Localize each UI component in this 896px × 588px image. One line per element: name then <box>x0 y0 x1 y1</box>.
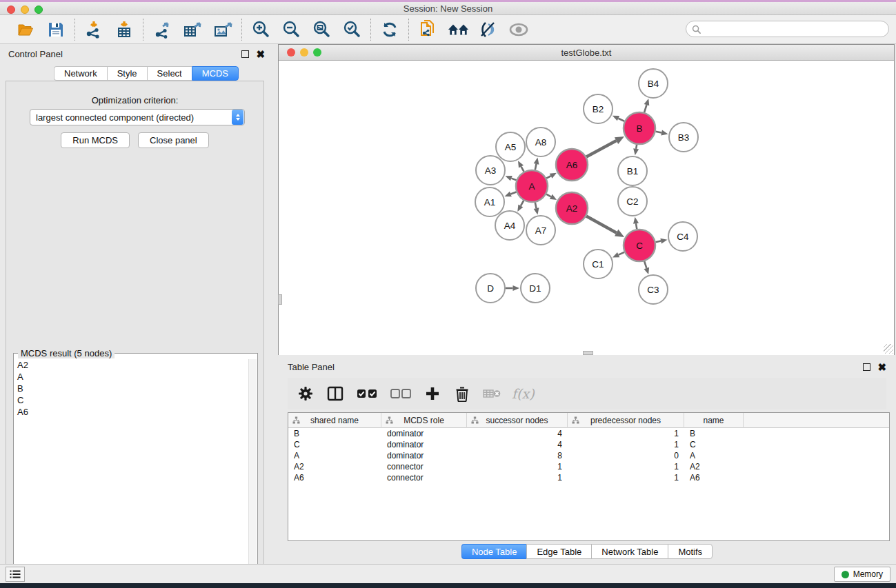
edge-B-B1[interactable] <box>636 145 637 149</box>
tab-edge-table[interactable]: Edge Table <box>526 544 591 559</box>
tab-motifs[interactable]: Motifs <box>668 544 713 559</box>
tab-network-table[interactable]: Network Table <box>591 544 668 559</box>
mcds-result-item[interactable]: C <box>14 394 248 406</box>
task-history-button[interactable] <box>6 567 25 582</box>
window-resize-grip[interactable] <box>884 344 893 354</box>
column-header-name[interactable]: name <box>684 413 744 428</box>
table-cell[interactable]: A6 <box>288 472 381 483</box>
table-cell[interactable]: C <box>288 439 381 450</box>
tab-style[interactable]: Style <box>107 66 147 81</box>
node-B4[interactable]: B4 <box>639 69 668 98</box>
table-row[interactable]: A2connector11A2 <box>288 461 889 472</box>
table-cell[interactable]: 0 <box>568 450 684 461</box>
node-B[interactable]: B <box>624 112 655 144</box>
export-table-icon[interactable] <box>182 19 203 40</box>
table-cell[interactable]: 8 <box>467 450 568 461</box>
edge-A-A1[interactable] <box>510 192 516 194</box>
result-scrollbar[interactable] <box>248 359 257 582</box>
zoom-selected-icon[interactable] <box>341 19 362 40</box>
show-graphics-details-icon[interactable] <box>508 19 529 40</box>
edge-A-A3[interactable] <box>511 179 516 181</box>
table-cell[interactable]: C <box>684 439 744 450</box>
node-A2[interactable]: A2 <box>556 192 588 224</box>
split-columns-icon[interactable] <box>326 384 345 403</box>
node-A[interactable]: A <box>516 170 548 202</box>
node-C2[interactable]: C2 <box>618 187 647 216</box>
edge-A-A4[interactable] <box>521 201 524 206</box>
table-cell[interactable]: A2 <box>684 461 744 472</box>
table-cell[interactable]: 1 <box>568 461 684 472</box>
mcds-result-item[interactable]: A <box>14 371 248 383</box>
column-header-successor-nodes[interactable]: successor nodes <box>467 413 568 428</box>
minimize-window-button[interactable] <box>21 6 29 14</box>
table-cell[interactable]: connector <box>381 461 467 472</box>
select-all-icon[interactable] <box>355 384 379 403</box>
save-session-icon[interactable] <box>46 19 66 40</box>
table-cell[interactable]: A2 <box>288 461 381 472</box>
edge-C-C4[interactable] <box>656 241 661 243</box>
column-header-shared-name[interactable]: shared name <box>288 413 381 428</box>
table-cell[interactable]: 4 <box>467 428 568 439</box>
edge-A-A2[interactable] <box>546 194 551 197</box>
import-table-icon[interactable] <box>114 19 135 40</box>
gear-icon[interactable] <box>296 384 315 403</box>
edge-A-A8[interactable] <box>535 164 537 170</box>
network-window-titlebar[interactable]: testGlobe.txt <box>279 45 894 61</box>
node-C4[interactable]: C4 <box>668 222 697 251</box>
table-row[interactable]: Cdominator41C <box>288 439 889 450</box>
criterion-dropdown[interactable]: largest connected component (directed) <box>30 109 245 125</box>
table-cell[interactable]: A <box>288 450 381 461</box>
node-table[interactable]: shared nameMCDS rolesuccessor nodesprede… <box>288 412 890 541</box>
node-A5[interactable]: A5 <box>496 132 525 161</box>
node-B2[interactable]: B2 <box>584 94 613 123</box>
network-close-button[interactable] <box>287 48 295 57</box>
search-input[interactable] <box>704 24 883 34</box>
run-mcds-button[interactable]: Run MCDS <box>61 132 130 148</box>
edge-B-B2[interactable] <box>618 119 624 121</box>
mcds-result-item[interactable]: B <box>14 383 248 394</box>
node-B3[interactable]: B3 <box>669 123 698 152</box>
network-canvas[interactable]: B4B2BB3B1A5A8A6A3AA1A2C2A4A7CC4C1C3DD1 <box>279 61 894 355</box>
edge-B-B4[interactable] <box>644 105 646 112</box>
tab-network[interactable]: Network <box>54 66 107 81</box>
zoom-fit-icon[interactable] <box>311 19 332 40</box>
table-cell[interactable]: 1 <box>568 439 684 450</box>
edge-A-A5[interactable] <box>521 167 524 172</box>
column-header-MCDS-role[interactable]: MCDS role <box>381 413 467 428</box>
zoom-out-icon[interactable] <box>281 19 301 40</box>
search-field[interactable] <box>686 21 889 37</box>
edge-A-A6[interactable] <box>546 176 550 178</box>
node-C1[interactable]: C1 <box>584 250 613 278</box>
zoom-window-button[interactable] <box>34 6 43 14</box>
table-row[interactable]: Adominator80A <box>288 450 889 461</box>
mcds-result-list[interactable]: A2ABCA6 <box>14 359 248 582</box>
delete-column-icon[interactable] <box>482 384 501 403</box>
window-controls[interactable] <box>7 6 43 14</box>
bottom-edge-handle[interactable] <box>583 351 593 355</box>
table-cell[interactable]: 1 <box>467 461 568 472</box>
table-cell[interactable]: B <box>684 428 744 439</box>
table-cell[interactable]: B <box>288 428 381 439</box>
edge-C-C2[interactable] <box>636 223 637 229</box>
table-cell[interactable]: 1 <box>568 428 684 439</box>
node-A3[interactable]: A3 <box>476 156 505 185</box>
tab-mcds[interactable]: MCDS <box>192 66 239 81</box>
memory-button[interactable]: Memory <box>834 567 890 582</box>
table-cell[interactable]: dominator <box>381 439 467 450</box>
table-cell[interactable]: 4 <box>467 439 568 450</box>
edge-C-C1[interactable] <box>619 252 624 255</box>
home-icon[interactable] <box>448 19 468 40</box>
edge-A6-B[interactable] <box>586 141 616 157</box>
hide-graphics-details-icon[interactable] <box>478 19 499 40</box>
table-cell[interactable]: 1 <box>467 472 568 483</box>
column-header-predecessor-nodes[interactable]: predecessor nodes <box>568 413 684 428</box>
node-C[interactable]: C <box>624 230 655 261</box>
import-network-icon[interactable] <box>83 19 104 40</box>
node-A7[interactable]: A7 <box>526 216 555 245</box>
edge-A2-C[interactable] <box>586 216 617 233</box>
open-session-icon[interactable] <box>15 19 36 40</box>
close-panel-icon[interactable]: ✖ <box>256 50 265 58</box>
edge-B-B3[interactable] <box>656 132 662 133</box>
node-C3[interactable]: C3 <box>639 275 668 304</box>
table-cell[interactable]: dominator <box>381 428 467 439</box>
